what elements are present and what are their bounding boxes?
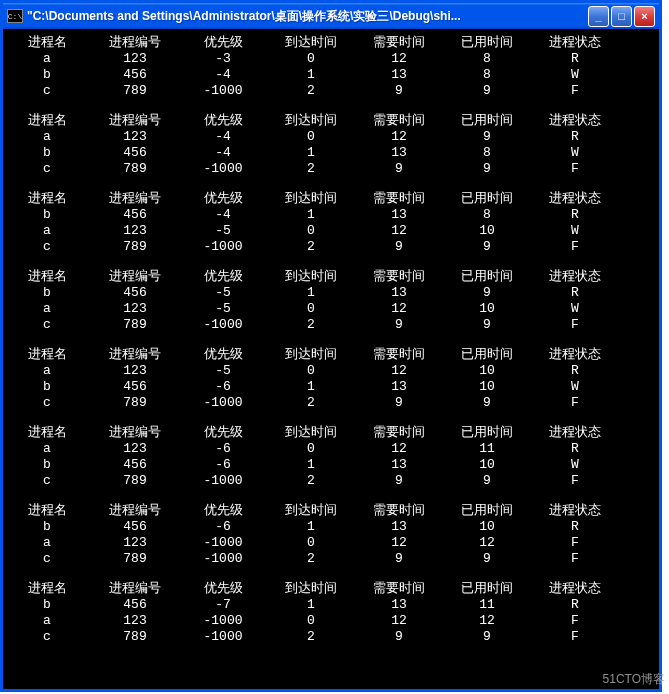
data-cell: 9 <box>443 317 531 333</box>
data-cell: 123 <box>91 129 179 145</box>
table-row: c789-1000299F <box>3 83 659 99</box>
process-block: 进程名进程编号优先级到达时间需要时间已用时间进程状态b456-41138Ra12… <box>3 191 659 255</box>
data-cell: 9 <box>443 129 531 145</box>
minimize-icon: _ <box>595 10 601 22</box>
data-cell: c <box>3 473 91 489</box>
data-cell: F <box>531 239 619 255</box>
data-cell: 12 <box>443 613 531 629</box>
header-cell: 需要时间 <box>355 35 443 51</box>
data-cell: b <box>3 67 91 83</box>
data-cell: 789 <box>91 83 179 99</box>
data-cell: 1 <box>267 207 355 223</box>
data-cell: -4 <box>179 207 267 223</box>
data-cell: 9 <box>355 473 443 489</box>
data-cell: 10 <box>443 379 531 395</box>
data-cell: -4 <box>179 129 267 145</box>
header-cell: 进程状态 <box>531 581 619 597</box>
data-cell: 123 <box>91 441 179 457</box>
table-row: a123-100001212F <box>3 535 659 551</box>
table-row: b456-41138W <box>3 67 659 83</box>
table-row: a123-501210R <box>3 363 659 379</box>
data-cell: 2 <box>267 551 355 567</box>
header-cell: 已用时间 <box>443 113 531 129</box>
header-cell: 到达时间 <box>267 113 355 129</box>
header-cell: 优先级 <box>179 35 267 51</box>
data-cell: 0 <box>267 441 355 457</box>
data-cell: a <box>3 223 91 239</box>
data-cell: 12 <box>355 535 443 551</box>
data-cell: -6 <box>179 457 267 473</box>
header-cell: 优先级 <box>179 503 267 519</box>
titlebar[interactable]: C:\ "C:\Documents and Settings\Administr… <box>3 3 659 29</box>
table-row: c789-1000299F <box>3 395 659 411</box>
header-cell: 优先级 <box>179 347 267 363</box>
minimize-button[interactable]: _ <box>588 6 609 27</box>
data-cell: -6 <box>179 519 267 535</box>
header-cell: 到达时间 <box>267 35 355 51</box>
data-cell: 1 <box>267 379 355 395</box>
table-row: c789-1000299F <box>3 317 659 333</box>
data-cell: 1 <box>267 597 355 613</box>
data-cell: -1000 <box>179 535 267 551</box>
table-row: a123-501210W <box>3 301 659 317</box>
data-cell: 12 <box>355 613 443 629</box>
data-cell: -1000 <box>179 551 267 567</box>
data-cell: 8 <box>443 145 531 161</box>
data-cell: -6 <box>179 441 267 457</box>
table-header-row: 进程名进程编号优先级到达时间需要时间已用时间进程状态 <box>3 425 659 441</box>
data-cell: F <box>531 83 619 99</box>
data-cell: R <box>531 363 619 379</box>
header-cell: 需要时间 <box>355 269 443 285</box>
header-cell: 优先级 <box>179 191 267 207</box>
data-cell: c <box>3 239 91 255</box>
data-cell: 0 <box>267 363 355 379</box>
header-cell: 进程编号 <box>91 425 179 441</box>
data-cell: -1000 <box>179 473 267 489</box>
table-header-row: 进程名进程编号优先级到达时间需要时间已用时间进程状态 <box>3 347 659 363</box>
table-row: c789-1000299F <box>3 161 659 177</box>
data-cell: R <box>531 285 619 301</box>
data-cell: -1000 <box>179 83 267 99</box>
header-cell: 已用时间 <box>443 269 531 285</box>
data-cell: 9 <box>443 239 531 255</box>
data-cell: 2 <box>267 239 355 255</box>
table-header-row: 进程名进程编号优先级到达时间需要时间已用时间进程状态 <box>3 113 659 129</box>
data-cell: 12 <box>355 51 443 67</box>
window-controls: _ □ × <box>588 6 655 27</box>
data-cell: 789 <box>91 551 179 567</box>
data-cell: 0 <box>267 535 355 551</box>
data-cell: F <box>531 473 619 489</box>
header-cell: 到达时间 <box>267 347 355 363</box>
table-row: a123-100001212F <box>3 613 659 629</box>
data-cell: W <box>531 301 619 317</box>
table-row: b456-611310W <box>3 379 659 395</box>
data-cell: F <box>531 613 619 629</box>
data-cell: 13 <box>355 145 443 161</box>
maximize-button[interactable]: □ <box>611 6 632 27</box>
process-block: 进程名进程编号优先级到达时间需要时间已用时间进程状态a123-30128Rb45… <box>3 35 659 99</box>
watermark: 51CTO博客 <box>603 671 665 688</box>
process-block: 进程名进程编号优先级到达时间需要时间已用时间进程状态a123-601211Rb4… <box>3 425 659 489</box>
data-cell: W <box>531 67 619 83</box>
table-row: c789-1000299F <box>3 239 659 255</box>
data-cell: F <box>531 551 619 567</box>
table-row: c789-1000299F <box>3 473 659 489</box>
table-header-row: 进程名进程编号优先级到达时间需要时间已用时间进程状态 <box>3 269 659 285</box>
table-row: b456-711311R <box>3 597 659 613</box>
header-cell: 进程编号 <box>91 347 179 363</box>
data-cell: 9 <box>355 551 443 567</box>
data-cell: -5 <box>179 285 267 301</box>
data-cell: 123 <box>91 535 179 551</box>
data-cell: W <box>531 223 619 239</box>
data-cell: -4 <box>179 67 267 83</box>
table-row: c789-1000299F <box>3 551 659 567</box>
data-cell: 12 <box>355 441 443 457</box>
header-cell: 进程状态 <box>531 503 619 519</box>
data-cell: a <box>3 441 91 457</box>
console-output: 进程名进程编号优先级到达时间需要时间已用时间进程状态a123-30128Rb45… <box>3 29 659 689</box>
header-cell: 优先级 <box>179 113 267 129</box>
data-cell: 1 <box>267 145 355 161</box>
close-button[interactable]: × <box>634 6 655 27</box>
data-cell: 8 <box>443 51 531 67</box>
table-row: b456-51139R <box>3 285 659 301</box>
